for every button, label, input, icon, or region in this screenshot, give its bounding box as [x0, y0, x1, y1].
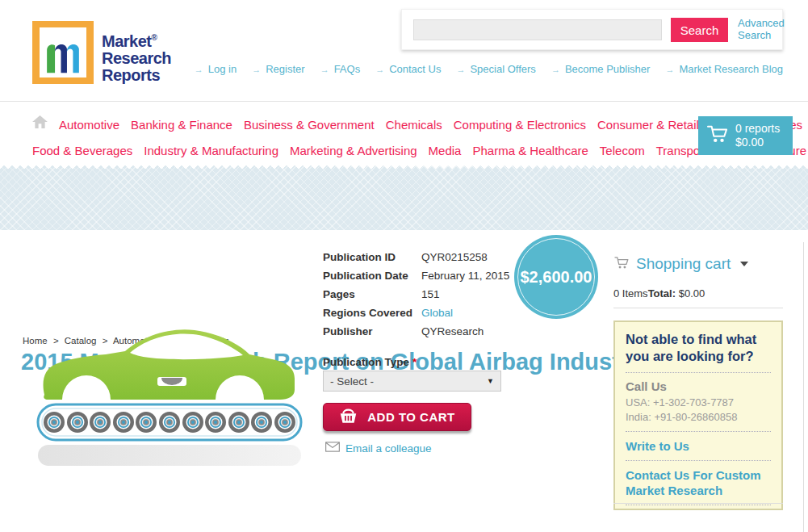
phone-usa: USA: +1-302-703-7787	[626, 396, 771, 410]
shopping-cart-header[interactable]: Shopping cart	[613, 255, 748, 273]
category-industry-manufacturing[interactable]: Industry & Manufacturing	[144, 144, 278, 157]
sidebar-right-border	[803, 242, 804, 532]
category-consumer-retail[interactable]: Consumer & Retail	[597, 118, 699, 132]
detail-row-publisher: Publisher QYResearch	[323, 325, 509, 344]
arrow-icon: →	[252, 65, 261, 74]
category-business-government[interactable]: Business & Government	[244, 118, 375, 132]
publication-date-value: February 11, 2015	[421, 270, 509, 282]
title-band: Home > Catalog > Automotive > Components…	[0, 165, 808, 230]
category-media[interactable]: Media	[429, 144, 462, 157]
detail-row-publication-id: Publication ID QYR0215258	[323, 251, 509, 270]
home-icon[interactable]	[32, 115, 48, 132]
category-computing-electronics[interactable]: Computing & Electronics	[454, 118, 586, 132]
email-colleague-link[interactable]: Email a colleague	[325, 441, 432, 455]
shopping-cart-icon	[613, 256, 630, 273]
search-panel: Search Advanced Search	[401, 9, 783, 50]
arrow-icon: →	[375, 65, 384, 74]
publisher-value: QYResearch	[421, 325, 484, 337]
publication-id-value: QYR0215258	[421, 251, 488, 263]
chevron-down-icon: ▼	[487, 377, 494, 385]
category-nav-row-2: Food & Beverages Industry & Manufacturin…	[32, 144, 806, 157]
help-box-title: Not able to find what you are looking fo…	[626, 331, 771, 373]
pages-value: 151	[421, 288, 440, 300]
top-nav-faqs[interactable]: →FAQs	[320, 63, 361, 75]
call-us-section: Call Us USA: +1-302-703-7787 India: +91-…	[626, 373, 771, 432]
category-nav-row-1: Automotive Banking & Finance Business & …	[59, 118, 802, 132]
top-nav-login[interactable]: →Log in	[195, 63, 237, 75]
top-nav-contact-us[interactable]: →Contact Us	[375, 63, 441, 75]
search-button[interactable]: Search	[671, 18, 728, 42]
envelope-icon	[325, 441, 340, 455]
mini-cart-amount: $0.00	[735, 136, 780, 149]
mini-cart-summary: 0 reports $0.00	[735, 122, 780, 149]
category-pharma-healthcare[interactable]: Pharma & Healthcare	[472, 144, 588, 157]
product-details: Publication ID QYR0215258 Publication Da…	[323, 251, 509, 344]
category-chemicals[interactable]: Chemicals	[386, 118, 442, 132]
detail-row-publication-date: Publication Date February 11, 2015	[323, 270, 509, 288]
add-to-cart-button[interactable]: ADD TO CART	[323, 403, 471, 431]
top-nav-blog[interactable]: →Market Research Blog	[665, 63, 783, 75]
publication-type-label: Publication Type*	[323, 356, 417, 368]
arrow-icon: →	[551, 65, 560, 74]
cart-items-count: 0 Items	[613, 287, 648, 300]
site-logo[interactable]: Market® Research Reports	[32, 21, 171, 84]
shopping-cart-title: Shopping cart	[636, 255, 731, 273]
top-nav-register[interactable]: →Register	[252, 63, 304, 75]
detail-row-regions: Regions Covered Global	[323, 307, 509, 325]
custom-research-section: Contact Us For Custom Market Research	[626, 461, 771, 505]
mini-cart-button[interactable]: 0 reports $0.00	[698, 116, 793, 155]
category-marketing-advertising[interactable]: Marketing & Advertising	[290, 144, 417, 157]
logo-wordmark: Market® Research Reports	[102, 21, 171, 84]
sidebar-divider	[613, 308, 783, 308]
cart-total-value: $0.00	[679, 287, 705, 300]
product-image-car	[36, 309, 303, 471]
arrow-icon: →	[665, 65, 674, 74]
cart-total-label: Total:	[648, 287, 676, 300]
page: Market® Research Reports Search Advanced…	[0, 0, 808, 532]
mini-cart-count: 0 reports	[735, 122, 780, 136]
search-input[interactable]	[413, 19, 662, 40]
category-automotive[interactable]: Automotive	[59, 118, 119, 132]
cart-items-summary: 0 ItemsTotal: $0.00	[613, 287, 705, 300]
call-us-label: Call Us	[626, 379, 771, 393]
logo-m-icon	[40, 27, 86, 77]
category-banking-finance[interactable]: Banking & Finance	[131, 118, 232, 132]
arrow-icon: →	[320, 65, 329, 74]
cart-icon	[706, 124, 729, 147]
required-asterisk: *	[412, 356, 417, 368]
top-nav-become-publisher[interactable]: →Become Publisher	[551, 63, 651, 75]
top-nav: →Log in →Register →FAQs →Contact Us →Spe…	[195, 63, 783, 75]
write-to-us-link[interactable]: Write to Us	[626, 438, 771, 454]
advanced-search-link[interactable]: Advanced Search	[738, 17, 786, 41]
logo-mark	[32, 21, 94, 84]
basket-icon	[339, 408, 358, 426]
custom-research-link[interactable]: Contact Us For Custom Market Research	[626, 467, 771, 498]
price-value: $2,600.00	[521, 268, 592, 287]
select-value: - Select -	[330, 375, 374, 387]
regions-covered-link[interactable]: Global	[421, 307, 453, 319]
price-badge: $2,600.00	[514, 235, 598, 319]
arrow-icon: →	[456, 65, 465, 74]
phone-india: India: +91-80-26860858	[626, 410, 771, 425]
help-box: Not able to find what you are looking fo…	[613, 320, 783, 510]
category-telecom[interactable]: Telecom	[600, 144, 645, 157]
category-food-beverages[interactable]: Food & Beverages	[32, 144, 132, 157]
top-nav-special-offers[interactable]: →Special Offers	[456, 63, 535, 75]
chevron-down-icon	[740, 262, 748, 266]
arrow-icon: →	[195, 65, 203, 74]
registered-mark-icon: ®	[151, 33, 157, 42]
header-divider	[0, 101, 808, 102]
publication-type-select[interactable]: - Select - ▼	[323, 371, 501, 392]
sidebar-divider	[613, 503, 783, 504]
write-to-us-section: Write to Us	[626, 432, 771, 461]
detail-row-pages: Pages 151	[323, 288, 509, 307]
